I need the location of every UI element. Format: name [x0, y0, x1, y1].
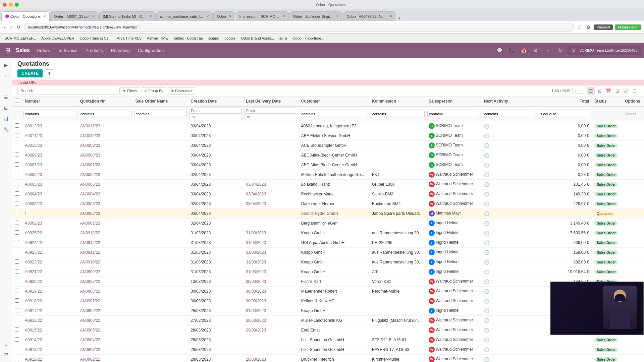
row-checkbox-cell[interactable]	[12, 355, 22, 362]
nav-orders[interactable]: Orders	[33, 43, 54, 58]
table-row[interactable]: A0918/22 AN0907/22 30/03/2023 30/03/2023…	[12, 296, 644, 306]
row-checkbox[interactable]	[15, 289, 19, 293]
tab-zipflinger[interactable]: Odoo - Zipflinger Birgit für M... ✕	[289, 11, 342, 21]
row-checkbox-cell[interactable]	[12, 228, 22, 238]
filter-customer[interactable]	[299, 106, 369, 121]
bookmark-scrimo-zeit[interactable]: SCRIMO ZEITEF...	[3, 36, 38, 41]
odoo-brand[interactable]: Sales	[13, 47, 33, 53]
filter-salesperson-input[interactable]	[427, 111, 480, 117]
row-checkbox-cell[interactable]	[12, 248, 22, 257]
row-checkbox-cell[interactable]	[12, 238, 22, 248]
row-checkbox-cell[interactable]	[12, 160, 22, 170]
graph-view-button[interactable]: 📈	[622, 87, 630, 95]
row-checkbox[interactable]	[15, 162, 19, 167]
filter-sale-name[interactable]	[133, 106, 188, 121]
row-checkbox-cell[interactable]	[12, 131, 22, 141]
row-checkbox-cell[interactable]	[12, 335, 22, 345]
update-button[interactable]: Aktualisieren	[615, 24, 641, 30]
bookmark-odoo-brand[interactable]: Odoo Brand Asset...	[239, 36, 276, 41]
filter-customer-input[interactable]	[300, 111, 368, 117]
close-button[interactable]	[3, 3, 7, 7]
table-row[interactable]: A0921/22 AN0909/22 31/03/2023 31/03/2023…	[12, 267, 644, 277]
bookmark-apple-dev[interactable]: Apple DEVELOPER	[39, 36, 76, 41]
sidebar-icon-git[interactable]: ⑂	[1, 341, 11, 350]
table-row[interactable]: A0922/22 AN0910/22 31/03/2023 31/03/2023…	[12, 257, 644, 267]
row-checkbox[interactable]	[15, 191, 19, 196]
filter-sale-name-input[interactable]	[134, 111, 187, 117]
extensions-button[interactable]: ⚙	[585, 24, 592, 31]
tab-close[interactable]: ✕	[149, 14, 152, 18]
filter-number-input[interactable]	[23, 111, 76, 117]
row-checkbox-cell[interactable]	[12, 121, 22, 131]
tab-odoo[interactable]: Odoo ✕	[213, 11, 235, 21]
table-row[interactable]: A0923/22 AN0911/22 31/03/2023 31/03/2023…	[12, 248, 644, 257]
table-row[interactable]: A0003/23 AN0003/23 02/04/2023 03/04/2023…	[12, 199, 644, 209]
select-all-checkbox[interactable]	[15, 99, 19, 103]
col-status[interactable]: Status	[592, 97, 622, 106]
nav-reporting[interactable]: Reporting	[107, 43, 133, 58]
phone-icon[interactable]: 📞	[507, 46, 517, 55]
row-checkbox-cell[interactable]	[12, 257, 22, 267]
row-checkbox-cell[interactable]	[12, 267, 22, 277]
next-page-button[interactable]: ›	[579, 88, 585, 94]
col-customer[interactable]: Customer	[299, 97, 369, 106]
row-checkbox-cell[interactable]	[12, 296, 22, 306]
row-checkbox-cell[interactable]	[12, 219, 22, 228]
filter-creation-date[interactable]	[188, 106, 243, 121]
activity-view-button[interactable]: ☐	[631, 87, 639, 95]
create-button[interactable]: CREATE	[17, 69, 43, 77]
row-checkbox-cell[interactable]	[12, 150, 22, 160]
bookmark-scrimo[interactable]: scrimo	[206, 36, 221, 41]
bookmark-odoo-import[interactable]: Odoo - importiere...	[290, 36, 326, 41]
group-by-button[interactable]: ≡ Group By	[142, 87, 166, 94]
row-checkbox[interactable]	[15, 259, 19, 264]
filter-activity-input[interactable]	[483, 111, 535, 117]
row-checkbox[interactable]	[15, 221, 19, 225]
row-checkbox-cell[interactable]	[12, 141, 22, 150]
row-checkbox-cell[interactable]	[12, 209, 22, 219]
row-checkbox-cell[interactable]	[12, 316, 22, 325]
settings-icon[interactable]: ⚙	[531, 46, 541, 55]
table-row[interactable]: A0009/23 AN0008/23 03/04/2023 ABC Atlas-…	[12, 150, 644, 160]
kanban-view-button[interactable]: ⊞	[596, 87, 604, 95]
reload-button[interactable]: ↻	[15, 24, 22, 31]
tab-close[interactable]: ✕	[43, 14, 46, 18]
tab-close[interactable]: ✕	[229, 14, 231, 18]
filter-number[interactable]	[22, 106, 77, 121]
table-row[interactable]: A0004/23 AN0004/23 03/04/2023 03/04/2023…	[12, 189, 644, 199]
row-checkbox-cell[interactable]	[12, 180, 22, 189]
table-row[interactable]: A0006/23 AN0006/23 02/04/2023 Metron Roh…	[12, 170, 644, 180]
row-checkbox[interactable]	[15, 269, 19, 274]
filters-button[interactable]: ▼ Filters	[119, 87, 140, 94]
table-row[interactable]: A0007/23 AN0007/23 03/04/2023 ABC Atlas-…	[12, 160, 644, 170]
row-checkbox-cell[interactable]	[12, 199, 22, 209]
refresh-icon[interactable]: ↻	[555, 46, 565, 55]
row-checkbox[interactable]	[15, 211, 19, 215]
tab-impressum[interactable]: Impressum | SCRIMO GmbH ✕	[236, 11, 289, 21]
maximize-button[interactable]	[15, 3, 19, 7]
nav-configuration[interactable]: Configuration	[134, 43, 168, 58]
row-checkbox[interactable]	[15, 172, 19, 176]
tab-close[interactable]: ✕	[390, 14, 392, 18]
col-creation-date[interactable]: Creation Date	[188, 97, 243, 106]
row-checkbox[interactable]	[15, 153, 19, 157]
filter-kommission-input[interactable]	[371, 111, 425, 117]
tab-close[interactable]: ✕	[206, 14, 209, 18]
col-options[interactable]: Options	[622, 97, 644, 106]
select-all-header[interactable]	[12, 97, 22, 106]
minimize-button[interactable]	[9, 3, 13, 7]
row-checkbox[interactable]	[15, 308, 19, 312]
user-badge[interactable]: S SCRIMO Team (zipflinger20230403)	[568, 46, 641, 55]
row-checkbox-cell[interactable]	[12, 277, 22, 287]
tab-pdf[interactable]: Order - A0007_23.pdf ✕	[50, 11, 99, 21]
filter-total-input[interactable]	[538, 111, 590, 117]
table-row[interactable]: A0924/22 AN0912/22 31/03/2023 31/03/2023…	[12, 238, 644, 248]
row-checkbox[interactable]	[15, 337, 19, 342]
row-checkbox[interactable]	[15, 123, 19, 128]
forward-button[interactable]: ›	[9, 24, 13, 31]
col-total[interactable]: Total	[536, 97, 592, 106]
search-input[interactable]	[17, 87, 118, 95]
plus-icon[interactable]: ＋	[543, 46, 553, 55]
pivot-view-button[interactable]: ⊟	[613, 87, 621, 95]
row-checkbox[interactable]	[15, 298, 19, 303]
